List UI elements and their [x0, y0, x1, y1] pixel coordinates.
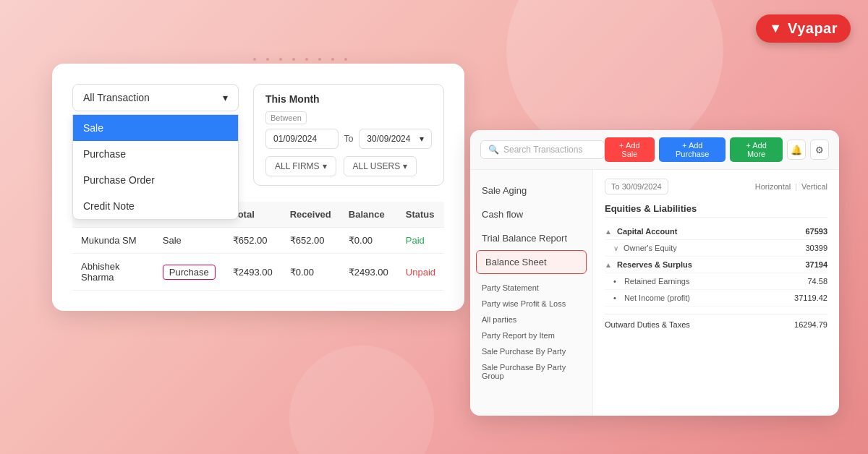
sub-items-section: Party Statement Party wise Profit & Loss…: [470, 274, 592, 390]
panel-toggle: Horizontal | Vertical: [755, 182, 827, 191]
top-row: All Transaction ▾ Sale Purchase Purchase…: [72, 84, 444, 186]
row2-balance: ₹2493.00: [340, 254, 397, 291]
row2-type: Purchase: [154, 254, 224, 291]
table-row[interactable]: Mukunda SM Sale ₹652.00 ₹652.00 ₹0.00 Pa…: [72, 228, 444, 254]
row1-received: ₹652.00: [281, 228, 340, 254]
panel-row-reserves[interactable]: ▲ Reserves & Surplus 37194: [605, 257, 827, 273]
row2-party: Abhishek Sharma: [72, 254, 154, 291]
right-card: 🔍 Search Transactions + Add Sale + Add P…: [470, 130, 839, 416]
sub-item-party-statement[interactable]: Party Statement: [470, 280, 592, 296]
toggle-horizontal[interactable]: Horizontal: [755, 182, 791, 191]
row1-status: Paid: [397, 228, 444, 254]
net-income-label: • Net Income (profit): [605, 294, 777, 302]
all-users-filter[interactable]: ALL USERS ▾: [344, 156, 417, 176]
add-purchase-button[interactable]: + Add Purchase: [659, 137, 726, 162]
toggle-vertical[interactable]: Vertical: [801, 182, 827, 191]
vyapar-logo-icon: ▼: [769, 21, 782, 36]
panel-filter-row: To 30/09/2024 Horizontal | Vertical: [605, 179, 827, 194]
right-card-body: Sale Aging Cash flow Trial Balance Repor…: [470, 170, 839, 416]
owners-equity-label: ∨ Owner's Equity: [605, 244, 777, 252]
vyapar-logo: ▼ Vyapar: [756, 14, 851, 43]
sub-item-sale-purchase-party[interactable]: Sale Purchase By Party: [470, 343, 592, 359]
settings-icon[interactable]: ⚙: [810, 140, 829, 160]
expand-arrow-icon: ▲: [605, 261, 612, 269]
left-card: All Transaction ▾ Sale Purchase Purchase…: [52, 64, 464, 311]
panel-row-owners-equity[interactable]: ∨ Owner's Equity 30399: [605, 240, 827, 257]
footer-value: 16294.79: [794, 320, 827, 329]
bg-decoration-circle-2: [289, 346, 434, 454]
col-received: Received: [281, 202, 340, 228]
panel-row-net-income[interactable]: • Net Income (profit) 37119.42: [605, 290, 827, 307]
retained-earnings-value: 74.58: [777, 277, 827, 286]
toggle-separator: |: [795, 183, 797, 191]
date-to-input[interactable]: 30/09/2024 ▾: [359, 129, 432, 149]
footer-label: Outward Duties & Taxes: [605, 320, 690, 329]
date-range-row: 01/09/2024 To 30/09/2024 ▾: [265, 129, 432, 149]
transaction-dropdown-label: All Transaction: [83, 92, 150, 103]
vyapar-logo-text: Vyapar: [788, 20, 838, 37]
chevron-down-icon: ▾: [420, 134, 424, 144]
chevron-down-icon: ▾: [403, 161, 407, 171]
sidebar-item-sale-aging[interactable]: Sale Aging: [470, 179, 592, 202]
transaction-dropdown-button[interactable]: All Transaction ▾: [72, 84, 239, 111]
panel-row-retained-earnings[interactable]: • Retained Earnings 74.58: [605, 273, 827, 290]
row2-received: ₹0.00: [281, 254, 340, 291]
reports-sidebar: Sale Aging Cash flow Trial Balance Repor…: [470, 170, 593, 416]
search-bar[interactable]: 🔍 Search Transactions: [480, 140, 605, 159]
reserves-value: 37194: [777, 260, 827, 269]
date-to-label: To: [344, 134, 354, 144]
sub-item-party-profit-loss[interactable]: Party wise Profit & Loss: [470, 296, 592, 312]
reserves-label: ▲ Reserves & Surplus: [605, 260, 777, 269]
search-input: Search Transactions: [503, 145, 582, 155]
panel-date-range[interactable]: To 30/09/2024: [605, 179, 668, 194]
owners-equity-value: 30399: [777, 244, 827, 252]
chevron-down-icon: ▾: [323, 161, 327, 171]
expand-arrow-icon: ▲: [605, 228, 612, 236]
row1-total: ₹652.00: [224, 228, 281, 254]
notification-icon[interactable]: 🔔: [787, 140, 806, 160]
sub-item-all-parties[interactable]: All parties: [470, 312, 592, 327]
row1-type: Sale: [154, 228, 224, 254]
row1-party: Mukunda SM: [72, 228, 154, 254]
add-more-button[interactable]: + Add More: [730, 137, 782, 162]
chevron-down-icon: ▾: [223, 92, 228, 103]
transaction-dropdown-section: All Transaction ▾ Sale Purchase Purchase…: [72, 84, 239, 186]
net-income-value: 37119.42: [777, 294, 827, 302]
sub-item-sale-purchase-party-group[interactable]: Sale Purchase By Party Group: [470, 359, 592, 384]
section-title: Equities & Liabilities: [605, 203, 827, 218]
right-panel: To 30/09/2024 Horizontal | Vertical Equi…: [593, 170, 839, 416]
dropdown-item-purchase[interactable]: Purchase: [73, 141, 238, 167]
expand-icon: ∨: [613, 244, 618, 252]
sidebar-item-trial-balance[interactable]: Trial Balance Report: [470, 226, 592, 250]
sidebar-item-balance-sheet[interactable]: Balance Sheet: [476, 250, 587, 274]
filter-row: ALL FIRMS ▾ ALL USERS ▾: [265, 156, 432, 176]
dropdown-item-sale[interactable]: Sale: [73, 115, 238, 141]
row2-status: Unpaid: [397, 254, 444, 291]
table-row[interactable]: Abhishek Sharma Purchase ₹2493.00 ₹0.00 …: [72, 254, 444, 291]
capital-account-value: 67593: [777, 227, 827, 236]
row2-total: ₹2493.00: [224, 254, 281, 291]
row1-balance: ₹0.00: [340, 228, 397, 254]
col-balance: Balance: [340, 202, 397, 228]
search-icon: 🔍: [488, 145, 499, 155]
dropdown-item-purchase-order[interactable]: Purchase Order: [73, 167, 238, 193]
sub-item-party-report-item[interactable]: Party Report by Item: [470, 327, 592, 343]
panel-table: ▲ Capital Account 67593 ∨ Owner's Equity…: [605, 223, 827, 307]
transaction-dropdown-menu: Sale Purchase Purchase Order Credit Note: [72, 114, 239, 220]
bullet-icon: •: [613, 294, 616, 302]
dropdown-item-credit-note[interactable]: Credit Note: [73, 193, 238, 219]
bullet-icon: •: [613, 277, 616, 286]
col-status: Status: [397, 202, 444, 228]
equities-section: Equities & Liabilities ▲ Capital Account…: [605, 203, 827, 307]
date-section-title: This Month: [265, 93, 432, 105]
panel-row-capital[interactable]: ▲ Capital Account 67593: [605, 223, 827, 240]
date-from-input[interactable]: 01/09/2024: [265, 129, 339, 149]
right-card-header: 🔍 Search Transactions + Add Sale + Add P…: [470, 130, 839, 170]
sidebar-item-cash-flow[interactable]: Cash flow: [470, 202, 592, 226]
date-between-label: Between: [265, 111, 307, 124]
header-actions: + Add Sale + Add Purchase + Add More 🔔 ⚙: [605, 137, 829, 162]
all-firms-filter[interactable]: ALL FIRMS ▾: [265, 156, 336, 176]
capital-account-label: ▲ Capital Account: [605, 227, 777, 236]
add-sale-button[interactable]: + Add Sale: [605, 137, 655, 162]
retained-earnings-label: • Retained Earnings: [605, 277, 777, 286]
